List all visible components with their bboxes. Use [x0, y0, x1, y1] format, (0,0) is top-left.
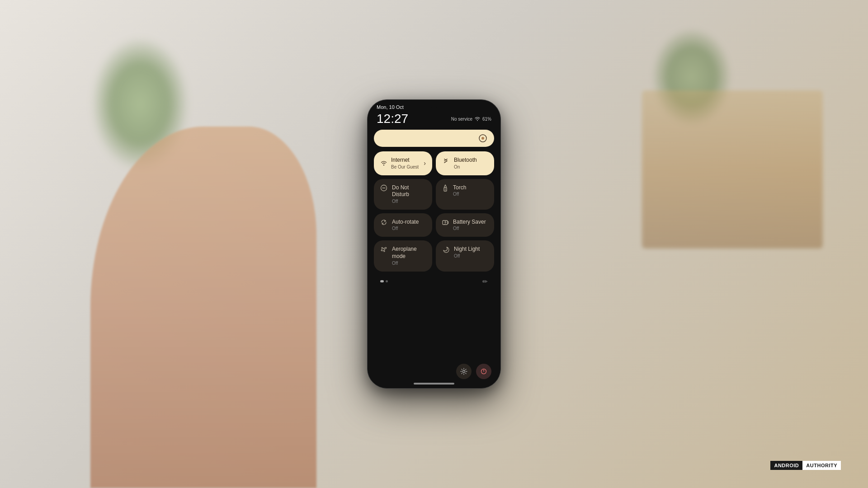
battery-saver-tile-icon [442, 219, 448, 226]
status-date: Mon, 10 Oct [377, 104, 404, 110]
background-hand [90, 127, 316, 488]
page-dots [380, 280, 388, 282]
aeroplane-tile-icon [380, 246, 387, 253]
battery-label: 61% [482, 117, 491, 122]
torch-tile[interactable]: Torch Off [436, 179, 494, 210]
bluetooth-tile-label: Bluetooth [454, 157, 477, 164]
internet-tile-content: Internet Be Our Guest [391, 157, 420, 170]
edit-icon[interactable]: ✏ [482, 278, 488, 285]
phone-screen: Mon, 10 Oct 12:27 No service 6 [368, 100, 500, 388]
scene: Mon, 10 Oct 12:27 No service 6 [0, 0, 868, 488]
settings-button[interactable] [456, 364, 472, 379]
phone: Mon, 10 Oct 12:27 No service 6 [367, 99, 501, 389]
internet-chevron-icon[interactable]: › [424, 160, 426, 167]
status-right: No service 61% [451, 117, 491, 122]
night-light-tile[interactable]: Night Light Off [436, 240, 494, 271]
aeroplane-tile[interactable]: Aeroplane mode Off [374, 240, 432, 271]
power-icon [480, 368, 487, 375]
dnd-tile-sublabel: Off [392, 198, 426, 204]
bottom-bar [368, 364, 500, 379]
battery-saver-tile-sublabel: Off [453, 225, 486, 231]
time-display: 12:27 [377, 112, 408, 126]
internet-bar-icon [479, 134, 487, 142]
bluetooth-tile[interactable]: Bluetooth On [436, 151, 494, 175]
watermark: ANDROID AUTHORITY [770, 461, 841, 470]
torch-tile-text: Torch Off [453, 184, 466, 197]
night-light-tile-sublabel: Off [454, 253, 480, 259]
night-light-tile-label: Night Light [454, 246, 480, 253]
night-light-tile-icon [442, 246, 449, 253]
page-dot-1 [380, 280, 384, 282]
internet-active-bar[interactable] [374, 130, 494, 147]
torch-tile-sublabel: Off [453, 191, 466, 197]
autorotate-tile-icon [380, 219, 387, 226]
background-shelf [642, 90, 823, 249]
svg-point-6 [463, 371, 465, 373]
torch-tile-label: Torch [453, 184, 466, 192]
page-dot-2 [386, 280, 388, 282]
no-service-label: No service [451, 117, 472, 122]
autorotate-tile-sublabel: Off [392, 225, 419, 231]
watermark-authority: AUTHORITY [802, 461, 841, 470]
night-light-tile-text: Night Light Off [454, 246, 480, 259]
autorotate-tile-text: Auto-rotate Off [392, 219, 419, 232]
wifi-icon [474, 117, 481, 121]
settings-icon [460, 368, 467, 375]
camera-notch [431, 103, 437, 109]
autorotate-tile-label: Auto-rotate [392, 219, 419, 226]
home-indicator[interactable] [414, 383, 454, 385]
internet-tile-label: Internet [391, 157, 420, 164]
dnd-tile-icon [380, 184, 387, 192]
svg-point-1 [481, 137, 484, 140]
dnd-tile-text: Do Not Disturb Off [392, 184, 426, 204]
wifi-tile-icon [380, 160, 387, 166]
page-indicators: ✏ [374, 275, 494, 290]
time-row: 12:27 No service 61% [368, 112, 500, 130]
dnd-tile-label: Do Not Disturb [392, 184, 426, 198]
internet-tile[interactable]: Internet Be Our Guest › [374, 151, 432, 175]
internet-tile-sublabel: Be Our Guest [391, 164, 420, 170]
battery-saver-tile[interactable]: Battery Saver Off [436, 213, 494, 237]
bluetooth-tile-icon [442, 157, 449, 164]
bluetooth-tile-sublabel: On [454, 164, 477, 170]
bluetooth-tile-text: Bluetooth On [454, 157, 477, 170]
aeroplane-tile-sublabel: Off [392, 260, 426, 266]
watermark-android: ANDROID [770, 461, 802, 470]
aeroplane-tile-label: Aeroplane mode [392, 246, 426, 260]
quick-settings: Internet Be Our Guest › Bluetooth [368, 130, 500, 290]
power-button[interactable] [476, 364, 491, 379]
dnd-tile[interactable]: Do Not Disturb Off [374, 179, 432, 210]
battery-saver-tile-text: Battery Saver Off [453, 219, 486, 232]
aeroplane-tile-text: Aeroplane mode Off [392, 246, 426, 266]
torch-tile-icon [442, 184, 448, 192]
phone-wrapper: Mon, 10 Oct 12:27 No service 6 [367, 99, 501, 389]
autorotate-tile[interactable]: Auto-rotate Off [374, 213, 432, 237]
battery-saver-tile-label: Battery Saver [453, 219, 486, 226]
tiles-grid: Internet Be Our Guest › Bluetooth [374, 151, 494, 272]
